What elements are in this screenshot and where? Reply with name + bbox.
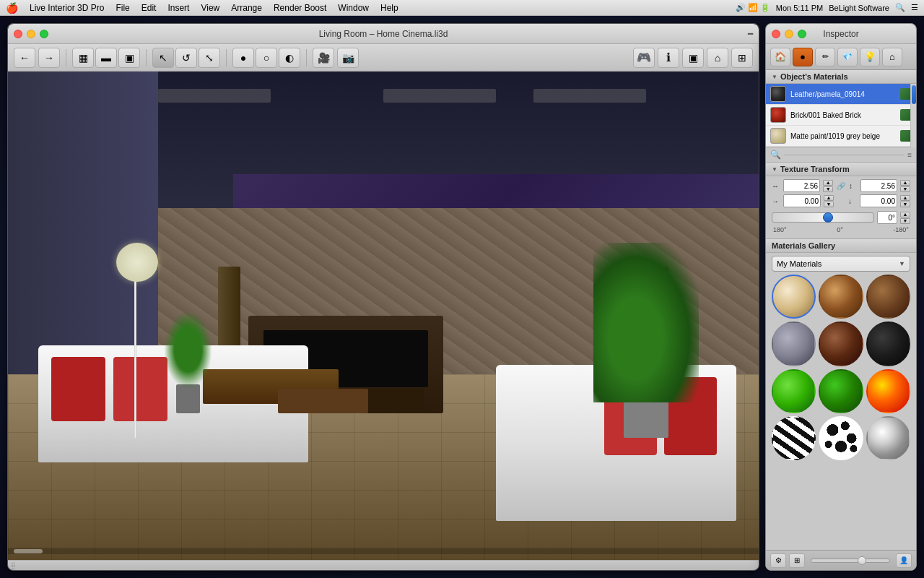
elevation-button[interactable]: ▬ — [95, 48, 117, 68]
zoom-slider[interactable] — [811, 558, 890, 563]
width-stepper[interactable]: ▲ ▼ — [823, 180, 833, 192]
tab-light[interactable]: 💡 — [860, 48, 880, 66]
angle-down[interactable]: ▼ — [900, 218, 910, 224]
floorplan-button[interactable]: ▦ — [72, 48, 94, 68]
material-list-scrollbar[interactable] — [910, 84, 916, 147]
offset-y-stepper[interactable]: ▲ ▼ — [900, 195, 910, 207]
width-label: ↔ — [772, 182, 780, 190]
select-tool[interactable]: ↖ — [152, 48, 174, 68]
gallery-item-stone[interactable] — [772, 322, 816, 366]
gallery-item-silver[interactable] — [866, 416, 910, 460]
tab-room[interactable]: ⌂ — [882, 48, 902, 66]
tab-object[interactable]: ● — [793, 48, 813, 66]
material-scrollbar-thumb[interactable] — [912, 85, 916, 104]
gallery-item-green2[interactable] — [819, 369, 863, 413]
close-button[interactable] — [14, 30, 22, 38]
3d-viewport[interactable] — [8, 72, 759, 560]
inspector-minimize[interactable] — [785, 30, 793, 38]
gallery-section: My Materials ▼ — [766, 253, 916, 463]
menu-edit[interactable]: Edit — [141, 3, 157, 13]
gallery-item-fire[interactable] — [866, 369, 910, 413]
angle-stepper[interactable]: ▲ ▼ — [900, 212, 910, 224]
gallery-item-spots[interactable] — [819, 416, 863, 460]
settings-button[interactable]: ⚙ — [770, 553, 786, 568]
camera-button[interactable]: 🎥 — [313, 48, 334, 68]
zoom-slider-thumb[interactable] — [858, 556, 866, 565]
height-up[interactable]: ▲ — [900, 180, 910, 186]
person-button[interactable]: 👤 — [896, 553, 912, 568]
gallery-item-green1[interactable] — [772, 369, 816, 413]
menu-help[interactable]: Help — [380, 3, 398, 13]
eyedropper-icon[interactable]: 🔍 — [770, 150, 781, 160]
menu-arrange[interactable]: Arrange — [231, 3, 262, 13]
offset-y-down[interactable]: ▼ — [900, 202, 910, 207]
menu-render-boost[interactable]: Render Boost — [274, 3, 326, 13]
menu-window[interactable]: Window — [338, 3, 369, 13]
forward-button[interactable]: → — [38, 48, 60, 68]
width-up[interactable]: ▲ — [823, 180, 833, 186]
apple-menu[interactable]: 🍎 — [6, 2, 18, 14]
angle-input[interactable]: 0° — [877, 211, 897, 224]
plant — [609, 243, 684, 438]
render-button[interactable]: 🎮 — [633, 48, 655, 68]
fullscreen-button[interactable]: ⊞ — [731, 48, 753, 68]
scrollbar-thumb[interactable] — [14, 549, 43, 553]
screenshot-button[interactable]: 📷 — [337, 48, 359, 68]
minimize-button[interactable] — [27, 30, 35, 38]
gallery-item-dark[interactable] — [866, 322, 910, 366]
menu-view[interactable]: View — [201, 3, 219, 13]
menu-insert[interactable]: Insert — [167, 3, 189, 13]
maximize-button[interactable] — [40, 30, 48, 38]
width-down[interactable]: ▼ — [823, 186, 833, 192]
offset-x-input[interactable]: 0.00 — [783, 194, 821, 207]
3d-view-button[interactable]: ⌂ — [707, 48, 728, 68]
height-input[interactable]: 2.56 — [860, 179, 897, 192]
gallery-dropdown[interactable]: My Materials ▼ — [772, 256, 910, 272]
resize-handle[interactable]: ⣿ — [11, 562, 18, 569]
right-tools: 🎮 ℹ ▣ ⌂ ⊞ — [633, 48, 753, 68]
tab-texture[interactable]: 💎 — [837, 48, 858, 66]
tab-home[interactable]: 🏠 — [770, 48, 790, 66]
inspector-close[interactable] — [772, 30, 780, 38]
fill-button[interactable]: ◐ — [279, 48, 300, 68]
material-item-brick[interactable]: Brick/001 Baked Brick — [766, 105, 916, 126]
viewport-scrollbar[interactable] — [8, 548, 759, 554]
inspector-maximize[interactable] — [798, 30, 806, 38]
offset-x-down[interactable]: ▼ — [824, 202, 834, 207]
offset-y-up[interactable]: ▲ — [900, 195, 910, 201]
offset-x-up[interactable]: ▲ — [824, 195, 834, 201]
angle-slider[interactable] — [772, 212, 874, 223]
gallery-item-zebra[interactable] — [772, 416, 816, 460]
link-icon[interactable]: 🔗 — [836, 181, 846, 191]
offset-y-input[interactable]: 0.00 — [860, 194, 897, 207]
2d-view-button[interactable]: ▣ — [682, 48, 704, 68]
back-button[interactable]: ← — [14, 48, 35, 68]
menubar-search[interactable]: 🔍 — [895, 3, 905, 12]
circle-button[interactable]: ○ — [256, 48, 277, 68]
gallery-item-beige[interactable] — [772, 275, 816, 319]
height-stepper[interactable]: ▲ ▼ — [900, 180, 910, 192]
point-button[interactable]: ● — [232, 48, 254, 68]
gallery-item-wood1[interactable] — [819, 275, 863, 319]
3d-button[interactable]: ▣ — [118, 48, 140, 68]
rotate-tool[interactable]: ↺ — [175, 48, 197, 68]
gallery-item-brown[interactable] — [819, 322, 863, 366]
gallery-item-wood2[interactable] — [866, 275, 910, 319]
menu-app[interactable]: Live Interior 3D Pro — [30, 3, 104, 13]
material-item-leather[interactable]: Leather/pamela_09014 — [766, 84, 916, 105]
menubar-menu[interactable]: ☰ — [911, 3, 918, 12]
tab-material[interactable]: ✏ — [815, 48, 835, 66]
width-input[interactable]: 2.56 — [783, 179, 820, 192]
info-button[interactable]: ℹ — [658, 48, 679, 68]
height-down[interactable]: ▼ — [900, 186, 910, 192]
filter-options[interactable]: ≡ — [907, 151, 912, 159]
menu-file[interactable]: File — [116, 3, 129, 13]
scale-tool[interactable]: ⤡ — [199, 48, 220, 68]
angle-thumb[interactable] — [823, 212, 833, 223]
angle-up[interactable]: ▲ — [900, 212, 910, 217]
offset-x-stepper[interactable]: ▲ ▼ — [824, 195, 834, 207]
material-item-paint[interactable]: Matte paint/1019 grey beige — [766, 126, 916, 147]
angle-labels: 180° 0° -180° — [772, 225, 910, 234]
export-button[interactable]: ⊞ — [789, 553, 805, 568]
inspector-traffic-lights — [772, 30, 806, 38]
